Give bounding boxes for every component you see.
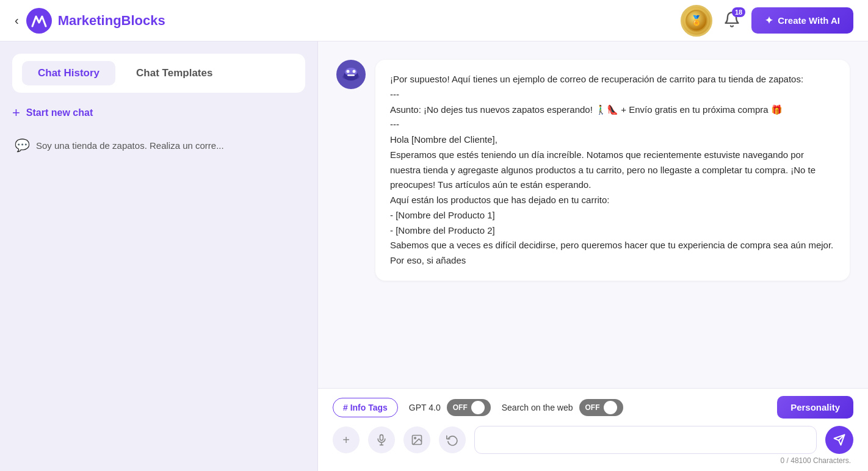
search-toggle-knob [604, 401, 617, 414]
send-button[interactable] [825, 426, 853, 454]
chat-history-item[interactable]: 💬 Soy una tienda de zapatos. Realiza un … [12, 133, 305, 157]
history-item-text: Soy una tienda de zapatos. Realiza un co… [36, 140, 224, 151]
search-web-label: Search on the web [502, 403, 573, 412]
logo-icon [26, 8, 52, 34]
gpt-label: GPT 4.0 [409, 403, 441, 412]
mic-icon [375, 434, 388, 446]
notification-bell[interactable]: 18 [723, 11, 740, 31]
notification-count: 18 [732, 7, 745, 17]
svg-point-14 [414, 437, 416, 439]
svg-point-8 [353, 70, 356, 73]
start-new-chat-button[interactable]: + Start new chat [12, 102, 305, 123]
tabs-container: Chat History Chat Templates [12, 54, 305, 93]
mic-button[interactable] [368, 426, 395, 453]
tab-chat-templates[interactable]: Chat Templates [120, 61, 228, 85]
tab-chat-history[interactable]: Chat History [22, 61, 115, 85]
info-tags-label: # Info Tags [343, 403, 388, 412]
avatar-icon: 🏅 [685, 10, 707, 32]
svg-rect-10 [380, 435, 383, 440]
header-right: 🏅 18 ✦ Create With AI [681, 5, 853, 37]
add-button[interactable]: + [333, 426, 360, 453]
image-button[interactable] [403, 426, 430, 453]
chat-toolbar: # Info Tags GPT 4.0 OFF Search on the we… [318, 388, 868, 471]
back-button[interactable]: ‹ [15, 13, 19, 27]
undo-button[interactable] [439, 426, 466, 453]
header: ‹ MarketingBlocks 🏅 [0, 0, 868, 41]
create-btn-label: Create With AI [778, 15, 840, 26]
chat-messages: ¡Por supuesto! Aquí tienes un ejemplo de… [318, 41, 868, 388]
svg-rect-9 [347, 74, 355, 76]
chat-area: ¡Por supuesto! Aquí tienes un ejemplo de… [317, 41, 868, 471]
create-ai-icon: ✦ [765, 15, 773, 26]
main-layout: Chat History Chat Templates + Start new … [0, 41, 868, 471]
start-new-chat-label: Start new chat [26, 107, 93, 118]
ai-message-bubble: ¡Por supuesto! Aquí tienes un ejemplo de… [375, 60, 850, 281]
ai-avatar-icon [336, 60, 366, 89]
gpt-toggle-group: GPT 4.0 OFF [409, 399, 491, 416]
char-count: 0 / 48100 Characters. [333, 456, 853, 465]
plus-icon: + [12, 105, 20, 121]
add-icon: + [342, 433, 350, 447]
toolbar-top: # Info Tags GPT 4.0 OFF Search on the we… [333, 396, 853, 419]
gpt-toggle-knob [471, 401, 485, 414]
gpt-toggle[interactable]: OFF [447, 399, 491, 416]
logo-area: MarketingBlocks [26, 8, 165, 34]
gpt-toggle-label: OFF [453, 403, 468, 412]
logo-text: MarketingBlocks [58, 13, 165, 29]
sidebar: Chat History Chat Templates + Start new … [0, 41, 317, 471]
send-icon [833, 434, 845, 446]
header-left: ‹ MarketingBlocks [15, 8, 681, 34]
toolbar-bottom: + [333, 426, 853, 454]
personality-button[interactable]: Personality [777, 396, 853, 419]
chat-bubble-icon: 💬 [15, 138, 30, 153]
search-toggle-label: OFF [585, 403, 600, 412]
message-row: ¡Por supuesto! Aquí tienes un ejemplo de… [336, 60, 850, 281]
image-icon [411, 434, 423, 446]
user-avatar[interactable]: 🏅 [681, 5, 712, 37]
chat-input[interactable] [474, 426, 817, 454]
svg-text:🏅: 🏅 [690, 15, 703, 26]
create-with-ai-button[interactable]: ✦ Create With AI [751, 7, 853, 34]
search-toggle[interactable]: OFF [579, 399, 623, 416]
ai-message-text: ¡Por supuesto! Aquí tienes un ejemplo de… [390, 74, 833, 265]
svg-point-7 [347, 70, 350, 73]
search-toggle-group: Search on the web OFF [502, 399, 623, 416]
undo-icon [446, 434, 458, 446]
info-tags-button[interactable]: # Info Tags [333, 398, 398, 417]
